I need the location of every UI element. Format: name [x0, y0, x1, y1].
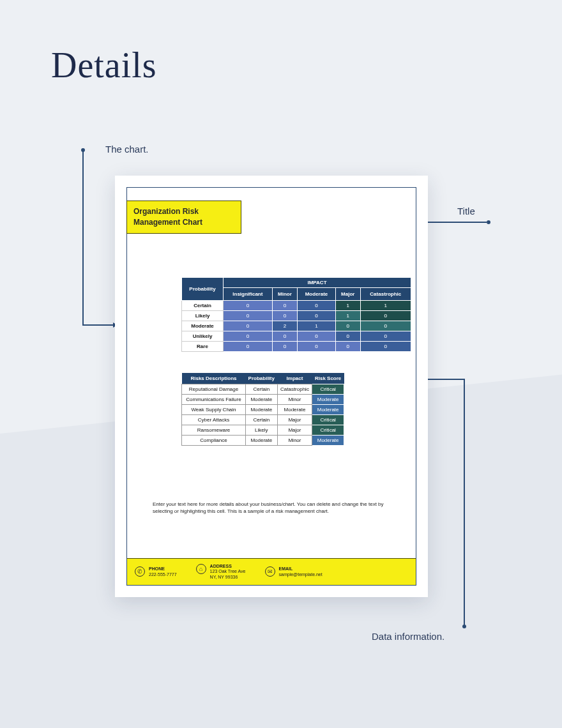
risks-header: Probability — [245, 373, 277, 384]
footer-email-value: sample@template.net — [279, 572, 323, 577]
risks-header: Risks Descriptions — [182, 373, 246, 384]
document-footer: ✆ PHONE 222-555-7777 ⌂ ADDRESS 123 Oak T… — [127, 558, 416, 585]
footer-address: ⌂ ADDRESS 123 Oak Tree Ave NY, NY 99336 — [196, 564, 246, 580]
matrix-col-superheader: IMPACT — [224, 278, 411, 288]
footer-phone: ✆ PHONE 222-555-7777 — [135, 566, 177, 577]
matrix-cell: 2 — [272, 321, 297, 331]
risks-cell: Major — [277, 425, 312, 436]
matrix-cell: 0 — [298, 342, 336, 352]
matrix-row-label: Unlikely — [182, 331, 224, 342]
matrix-cell: 0 — [360, 342, 411, 352]
matrix-cell: 0 — [272, 331, 297, 342]
risks-header: Impact — [277, 373, 312, 384]
risks-cell: Moderate — [245, 405, 277, 415]
matrix-cell: 0 — [272, 301, 297, 311]
risks-cell: Catastrophic — [277, 384, 312, 395]
mail-icon: ✉ — [265, 566, 275, 577]
page-heading: Details — [51, 45, 157, 86]
annotation-line — [464, 379, 465, 626]
matrix-cell: 0 — [335, 321, 360, 331]
matrix-cell: 0 — [360, 331, 411, 342]
risks-cell: Ransomeware — [182, 425, 246, 436]
annotation-chart-label: The chart. — [105, 144, 149, 155]
footer-address-line2: NY, NY 99336 — [210, 575, 238, 579]
risks-cell: Cyber Attacks — [182, 415, 246, 425]
risks-cell: Major — [277, 415, 312, 425]
risks-cell: Compliance — [182, 436, 246, 446]
annotation-dot — [487, 220, 490, 224]
matrix-row-label: Likely — [182, 311, 224, 321]
matrix-col-header: Insignificant — [224, 288, 273, 301]
matrix-col-header: Moderate — [298, 288, 336, 301]
annotation-data-label: Data information. — [372, 631, 444, 642]
risk-score: Critical — [312, 384, 344, 395]
matrix-cell: 0 — [272, 311, 297, 321]
footer-phone-label: PHONE — [149, 566, 177, 572]
annotation-line — [82, 150, 84, 326]
risk-score: Moderate — [312, 436, 344, 446]
footer-email-label: EMAIL — [279, 566, 323, 572]
matrix-cell: 0 — [224, 331, 273, 342]
risks-cell: Moderate — [277, 405, 312, 415]
footer-address-line1: 123 Oak Tree Ave — [210, 569, 246, 573]
matrix-cell: 0 — [360, 321, 411, 331]
matrix-cell: 0 — [335, 331, 360, 342]
matrix-cell: 0 — [224, 321, 273, 331]
risks-cell: Reputational Damage — [182, 384, 246, 395]
risks-cell: Communications Failure — [182, 395, 246, 405]
footer-address-label: ADDRESS — [210, 564, 246, 569]
matrix-cell: 1 — [335, 301, 360, 311]
matrix-cell: 0 — [272, 342, 297, 352]
risks-cell: Minor — [277, 436, 312, 446]
matrix-cell: 1 — [360, 301, 411, 311]
footer-email: ✉ EMAIL sample@template.net — [265, 566, 323, 577]
footer-phone-value: 222-555-7777 — [149, 572, 177, 577]
matrix-col-header: Minor — [272, 288, 297, 301]
risks-cell: Certain — [245, 384, 277, 395]
matrix-cell: 0 — [298, 311, 336, 321]
matrix-row-header: Probability — [182, 278, 224, 301]
matrix-row-label: Rare — [182, 342, 224, 352]
matrix-col-header: Major — [335, 288, 360, 301]
phone-icon: ✆ — [135, 566, 145, 577]
annotation-line — [82, 324, 113, 326]
risks-cell: Likely — [245, 425, 277, 436]
matrix-cell: 0 — [224, 311, 273, 321]
document-title: Organization Risk Management Chart — [126, 201, 241, 234]
risks-cell: Moderate — [245, 395, 277, 405]
risks-cell: Minor — [277, 395, 312, 405]
matrix-cell: 0 — [298, 331, 336, 342]
matrix-cell: 0 — [298, 301, 336, 311]
matrix-cell: 1 — [298, 321, 336, 331]
risks-header: Risk Score — [312, 373, 344, 384]
matrix-row-label: Certain — [182, 301, 224, 311]
document-description: Enter your text here for more details ab… — [153, 501, 395, 515]
annotation-title-label: Title — [457, 206, 475, 216]
matrix-col-header: Catastrophic — [360, 288, 411, 301]
risk-score: Moderate — [312, 395, 344, 405]
matrix-cell: 0 — [335, 342, 360, 352]
matrix-cell: 0 — [360, 311, 411, 321]
home-icon: ⌂ — [196, 564, 206, 574]
matrix-cell: 0 — [224, 301, 273, 311]
probability-impact-matrix: Probability IMPACT InsignificantMinorMod… — [181, 277, 411, 352]
risks-cell: Moderate — [245, 436, 277, 446]
risks-cell: Weak Supply Chain — [182, 405, 246, 415]
risks-cell: Certain — [245, 415, 277, 425]
matrix-row-label: Moderate — [182, 321, 224, 331]
document-inner: Organization Risk Management Chart Proba… — [126, 187, 416, 586]
matrix-cell: 1 — [335, 311, 360, 321]
risks-table: Risks DescriptionsProbabilityImpactRisk … — [181, 373, 344, 446]
matrix-cell: 0 — [224, 342, 273, 352]
risk-score: Critical — [312, 425, 344, 436]
risk-score: Moderate — [312, 405, 344, 415]
risk-score: Critical — [312, 415, 344, 425]
document-preview: Organization Risk Management Chart Proba… — [115, 176, 428, 597]
